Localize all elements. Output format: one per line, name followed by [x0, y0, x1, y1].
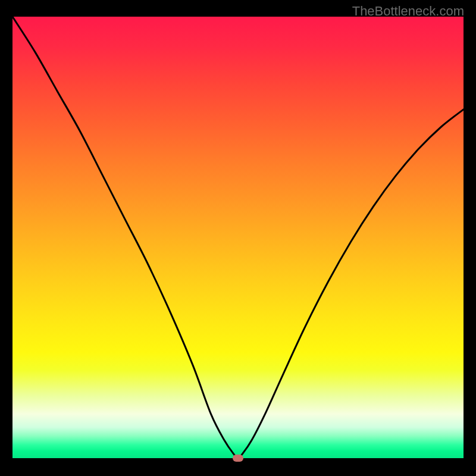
- optimum-marker: [233, 455, 243, 462]
- chart-area: [12, 17, 464, 458]
- watermark-text: TheBottleneck.com: [352, 4, 464, 19]
- bottleneck-curve: [12, 17, 464, 458]
